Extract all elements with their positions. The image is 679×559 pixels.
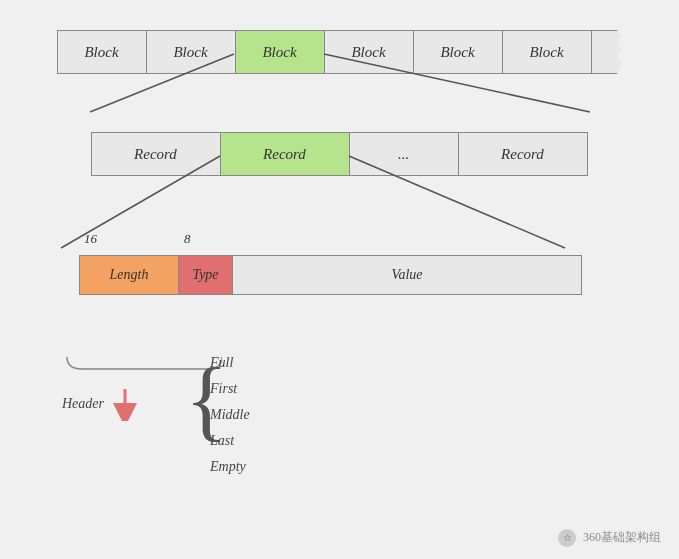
block-row: Block Block Block Block Block Block xyxy=(20,30,659,74)
field-labels: 16 8 xyxy=(80,231,659,247)
type-list: Full First Middle Last Empty xyxy=(210,355,250,485)
record-row: Record Record ... Record xyxy=(20,132,659,176)
block-cell-2: Block xyxy=(146,30,236,74)
field-row: Length Type Value xyxy=(80,255,659,295)
watermark: ☆ 360基础架构组 xyxy=(558,529,661,547)
watermark-icon: ☆ xyxy=(558,529,576,547)
type-item-full: Full xyxy=(210,355,250,371)
header-label: Header xyxy=(62,396,104,412)
record-cell-1: Record xyxy=(91,132,221,176)
length-bits-label: 16 xyxy=(80,231,180,247)
header-arrow-svg xyxy=(110,387,140,421)
block-cell-4: Block xyxy=(324,30,414,74)
field-value: Value xyxy=(232,255,582,295)
block-end-jagged xyxy=(592,30,622,74)
record-cell-dots: ... xyxy=(349,132,459,176)
record-cell-2-highlighted: Record xyxy=(220,132,350,176)
watermark-text: 360基础架构组 xyxy=(583,530,661,544)
block-cell-3-highlighted: Block xyxy=(235,30,325,74)
field-type: Type xyxy=(178,255,233,295)
type-bits-label: 8 xyxy=(180,231,235,247)
type-item-last: Last xyxy=(210,433,250,449)
type-item-first: First xyxy=(210,381,250,397)
type-item-empty: Empty xyxy=(210,459,250,475)
type-item-middle: Middle xyxy=(210,407,250,423)
record-cell-last: Record xyxy=(458,132,588,176)
field-length: Length xyxy=(79,255,179,295)
block-cell-6: Block xyxy=(502,30,592,74)
block-cell-5: Block xyxy=(413,30,503,74)
block-cell-1: Block xyxy=(57,30,147,74)
diagram-container: Block Block Block Block Block Block Reco… xyxy=(0,0,679,559)
